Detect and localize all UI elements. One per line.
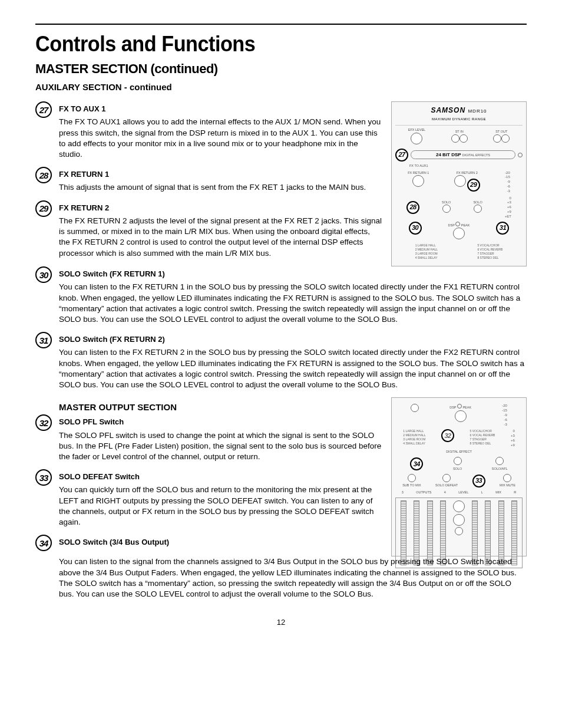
heading-fx-to-aux1: FX TO AUX 1 bbox=[59, 104, 383, 114]
st-out-label: ST OUT bbox=[493, 130, 510, 134]
dsp-peak-label: DSP bbox=[449, 406, 456, 409]
solo-afl-label: SOLO/AFL bbox=[492, 467, 508, 472]
fader-icon bbox=[440, 500, 446, 565]
heading-solo-fxr2: SOLO Switch (FX RETURN 2) bbox=[59, 334, 527, 345]
callout-29: 29 bbox=[467, 179, 480, 192]
led-scale: -20-15-9-6-3 bbox=[502, 404, 507, 427]
callout-30: 30 bbox=[409, 222, 422, 235]
fader-icon bbox=[401, 500, 406, 565]
mix-mute-label: MIX MUTE bbox=[500, 483, 515, 488]
item-34: 34 SOLO Switch (3/4 Bus Output) bbox=[35, 535, 383, 551]
efx-level-label: EFX LEVEL bbox=[408, 128, 425, 133]
badge-27: 27 bbox=[35, 101, 52, 118]
st-in-label: ST IN bbox=[451, 130, 468, 134]
knob-icon bbox=[454, 175, 466, 187]
digital-effect-label: DIGITAL EFFECT bbox=[395, 450, 523, 454]
badge-30: 30 bbox=[35, 266, 52, 283]
body-fx-return-2: The FX RETURN 2 adjusts the level of the… bbox=[59, 216, 383, 259]
heading-fx-return-1: FX RETURN 1 bbox=[59, 169, 383, 180]
r-label: R bbox=[514, 490, 516, 495]
knob-icon bbox=[459, 134, 468, 143]
brand-label: SAMSON bbox=[431, 106, 465, 114]
callout-31: 31 bbox=[496, 222, 509, 235]
sub-to-mix-label: SUB TO MIX bbox=[402, 483, 421, 488]
badge-29: 29 bbox=[35, 200, 52, 217]
badge-34: 34 bbox=[35, 535, 52, 551]
dsp-sub-label: DIGITAL EFFECTS bbox=[462, 153, 490, 157]
page-number: 12 bbox=[35, 617, 527, 628]
body-fx-to-aux1: The FX TO AUX1 allows you to add the int… bbox=[59, 117, 383, 160]
heading-solo-defeat: SOLO DEFEAT Switch bbox=[59, 472, 383, 482]
fxr1-label: FX RETURN 1 bbox=[408, 171, 429, 176]
callout-27: 27 bbox=[395, 149, 408, 162]
preset-list-b: 5 VOCAL/CHOR6 VOCAL REVERB7 STAGGER8 STE… bbox=[477, 243, 503, 260]
callout-33: 33 bbox=[472, 475, 485, 487]
fxr2-label: FX RETURN 2 bbox=[454, 171, 480, 176]
body-solo-fxr1: You can listen to the FX RETURN 1 in the… bbox=[59, 282, 527, 325]
item-28: 28 FX RETURN 1 This adjusts the amount o… bbox=[35, 167, 383, 196]
knob-icon bbox=[411, 133, 422, 144]
led-icon bbox=[455, 222, 460, 226]
tag-label: MAXIMUM DYNAMIC RANGE bbox=[395, 117, 523, 121]
dsp-label: 24 BIT DSP bbox=[436, 152, 461, 157]
led-icon bbox=[457, 404, 462, 409]
led-icon bbox=[518, 153, 523, 157]
button-icon bbox=[454, 457, 462, 465]
dsp-peak-label: DSP bbox=[448, 223, 455, 227]
led-scale: 0+3+6+9 bbox=[511, 429, 515, 447]
item-30: 30 SOLO Switch (FX RETURN 1) You can lis… bbox=[35, 266, 527, 328]
badge-33: 33 bbox=[35, 469, 52, 486]
item-31: 31 SOLO Switch (FX RETURN 2) You can lis… bbox=[35, 332, 527, 394]
peak-label: PEAK bbox=[462, 406, 471, 409]
page-subtitle: MASTER SECTION (continued) bbox=[35, 60, 527, 78]
body-solo-fxr2: You can listen to the FX RETURN 2 in the… bbox=[59, 347, 527, 390]
preset-list-a: 1 LARGE HALL2 MEDIUM HALL3 LARGE ROOM4 S… bbox=[415, 243, 438, 260]
button-icon bbox=[495, 457, 504, 465]
solo-defeat-label: SOLO DEFEAT bbox=[435, 483, 458, 488]
button-icon bbox=[411, 404, 419, 412]
body-solo-34bus: You can listen to the signal from the ch… bbox=[59, 556, 527, 599]
led-scale: -20-15-9-6-3 bbox=[505, 171, 510, 194]
fader-icon bbox=[485, 500, 491, 565]
knob-icon bbox=[451, 134, 459, 143]
heading-fx-return-2: FX RETURN 2 bbox=[59, 203, 383, 213]
item-32: 32 SOLO PFL Switch The SOLO PFL switch i… bbox=[35, 414, 383, 466]
button-icon bbox=[442, 474, 451, 482]
button-icon bbox=[455, 527, 463, 535]
level-label: LEVEL bbox=[458, 490, 468, 495]
button-icon bbox=[503, 474, 511, 482]
page-title: Controls and Functions bbox=[35, 29, 502, 59]
led-scale: 0+3+6+9+ET bbox=[505, 196, 511, 219]
heading-solo-fxr1: SOLO Switch (FX RETURN 1) bbox=[59, 269, 527, 279]
knob-icon bbox=[455, 410, 467, 422]
body-fx-return-1: This adjusts the amount of signal that i… bbox=[59, 182, 383, 193]
fader-icon bbox=[511, 500, 517, 565]
button-icon bbox=[408, 474, 416, 482]
badge-28: 28 bbox=[35, 167, 52, 183]
knob-icon bbox=[501, 134, 510, 143]
callout-34: 34 bbox=[410, 457, 423, 470]
master-output-title: MASTER OUTPUT SECTION bbox=[59, 401, 383, 413]
button-icon bbox=[474, 205, 482, 213]
item-27: 27 FX TO AUX 1 The FX TO AUX1 allows you… bbox=[35, 101, 383, 163]
heading-solo-34bus: SOLO Switch (3/4 Bus Output) bbox=[59, 537, 383, 548]
knob-icon bbox=[412, 175, 424, 187]
knob-icon bbox=[453, 514, 465, 526]
heading-solo-pfl: SOLO PFL Switch bbox=[59, 417, 383, 427]
preset-list-a: 1 LARGE HALL2 MEDIUM HALL3 LARGE ROOM4 S… bbox=[403, 429, 425, 446]
preset-list-b: 5 VOCAL/CHOR6 VOCAL REVERB7 STAGGER8 STE… bbox=[470, 429, 495, 446]
button-icon bbox=[442, 205, 451, 213]
item-29: 29 FX RETURN 2 The FX RETURN 2 adjusts t… bbox=[35, 200, 383, 262]
mix-label: MIX bbox=[495, 490, 501, 495]
fader-icon bbox=[498, 500, 504, 565]
callout-32: 32 bbox=[441, 429, 454, 442]
knob-icon bbox=[453, 500, 465, 512]
body-solo-pfl: The SOLO PFL switch is used to change th… bbox=[59, 430, 383, 463]
knob-icon bbox=[453, 228, 465, 239]
fader-icon bbox=[472, 500, 478, 565]
callout-28: 28 bbox=[406, 201, 419, 214]
knob-icon bbox=[493, 134, 501, 143]
outputs-label: OUTPUTS bbox=[416, 490, 431, 495]
solo-label: SOLO bbox=[453, 467, 462, 472]
peak-label: PEAK bbox=[461, 223, 470, 227]
